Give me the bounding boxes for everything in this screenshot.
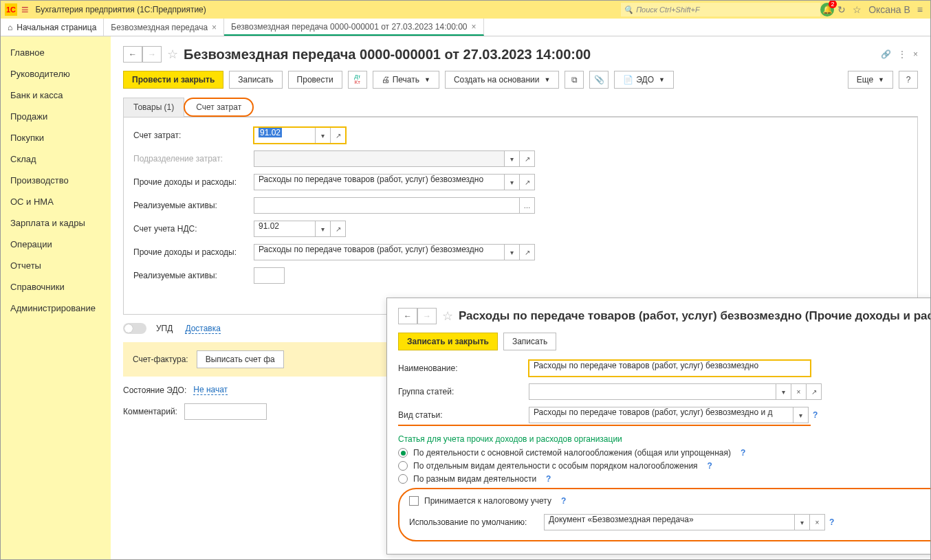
sidebar-item[interactable]: Отчеты: [1, 255, 111, 276]
save-button[interactable]: Записать: [229, 71, 282, 89]
radio-icon: [398, 448, 408, 458]
sidebar-item[interactable]: Справочники: [1, 276, 111, 298]
sidebar-item[interactable]: Банк и касса: [1, 85, 111, 106]
dropdown-icon[interactable]: ▾: [505, 244, 520, 260]
page-title: Безвозмездная передача 0000-000001 от 27…: [184, 47, 591, 63]
history-icon[interactable]: ↻: [837, 4, 846, 15]
close-icon[interactable]: ×: [472, 22, 477, 32]
popup-group-input[interactable]: [529, 383, 776, 400]
nav-forward-button[interactable]: →: [142, 46, 162, 63]
sidebar-item[interactable]: Продажи: [1, 106, 111, 127]
menu-icon[interactable]: ≡: [21, 3, 29, 17]
open-icon[interactable]: ↗: [520, 244, 535, 260]
clear-icon[interactable]: ×: [791, 383, 807, 400]
sidebar-item[interactable]: ОС и НМА: [1, 191, 111, 212]
help-icon[interactable]: ?: [561, 496, 566, 506]
dropdown-icon[interactable]: ▾: [505, 150, 520, 167]
clear-icon[interactable]: ×: [810, 514, 825, 530]
cost-account-input[interactable]: 91.02: [254, 127, 316, 144]
dropdown-icon[interactable]: ▾: [316, 221, 331, 237]
user-name[interactable]: Оксана В: [868, 4, 910, 15]
radio-various[interactable]: По разным видам деятельности?: [398, 474, 930, 484]
create-based-button[interactable]: Создать на основании▼: [445, 71, 559, 89]
open-icon[interactable]: ↗: [331, 221, 346, 237]
write-invoice-button[interactable]: Выписать счет фа: [197, 350, 284, 368]
nav-back-button[interactable]: ←: [123, 46, 142, 63]
favorites-icon[interactable]: ☆: [853, 4, 862, 15]
window-menu-icon[interactable]: ≡: [917, 4, 923, 15]
edo-button[interactable]: 📄ЭДО▼: [614, 71, 674, 89]
open-icon[interactable]: ↗: [807, 383, 822, 400]
popup-favorite-icon[interactable]: ☆: [442, 309, 453, 324]
radio-special-tax[interactable]: По отдельным видам деятельности с особым…: [398, 461, 930, 471]
sidebar-item[interactable]: Покупки: [1, 127, 111, 148]
open-icon[interactable]: ↗: [520, 174, 535, 190]
open-icon[interactable]: ↗: [520, 150, 535, 167]
notification-badge: 2: [829, 0, 837, 8]
open-icon[interactable]: ↗: [331, 127, 346, 144]
label-nds-account: Счет учета НДС:: [133, 224, 254, 234]
post-and-close-button[interactable]: Провести и закрыть: [123, 71, 223, 89]
popup-save-button[interactable]: Записать: [503, 333, 556, 350]
help-icon[interactable]: ?: [813, 410, 818, 420]
sidebar-item[interactable]: Склад: [1, 148, 111, 170]
close-icon[interactable]: ×: [212, 23, 217, 32]
other-income-input[interactable]: Расходы по передаче товаров (работ, услу…: [254, 174, 505, 190]
dropdown-icon[interactable]: ▾: [795, 514, 810, 530]
link-icon[interactable]: 🔗: [881, 49, 891, 59]
help-icon[interactable]: ?: [741, 448, 745, 458]
popup-nav-back[interactable]: ←: [398, 308, 417, 324]
sidebar-item[interactable]: Руководителю: [1, 63, 111, 85]
assets-input[interactable]: [254, 197, 520, 214]
favorite-icon[interactable]: ☆: [167, 47, 178, 62]
post-button[interactable]: Провести: [288, 71, 342, 89]
assets-input2[interactable]: [254, 267, 285, 284]
delivery-link[interactable]: Доставка: [185, 324, 221, 334]
sidebar-item[interactable]: Производство: [1, 170, 111, 191]
checkbox-label: Принимается к налоговому учету: [424, 496, 551, 506]
sidebar-item[interactable]: Операции: [1, 234, 111, 255]
global-search-input[interactable]: 🔍 Поиск Ctrl+Shift+F: [621, 3, 820, 16]
more-button[interactable]: Еще▼: [848, 71, 893, 89]
tab-goods[interactable]: Товары (1): [123, 98, 184, 117]
edo-state-link[interactable]: Не начат: [193, 385, 228, 395]
dtkt-button[interactable]: ДтКт: [348, 71, 367, 89]
tab-cost-account[interactable]: Счет затрат: [184, 98, 254, 117]
popup-nav-forward[interactable]: →: [417, 308, 437, 324]
help-icon[interactable]: ?: [546, 474, 551, 484]
tab-home[interactable]: ⌂Начальная страница: [1, 19, 104, 36]
attach-button[interactable]: 📎: [589, 71, 609, 89]
help-icon[interactable]: ?: [829, 517, 834, 527]
tab-doc-form[interactable]: Безвозмездная передача 0000-000001 от 27…: [224, 19, 483, 36]
tab-doc-list[interactable]: Безвозмездная передача×: [104, 19, 224, 36]
title-bar: 1С ≡ Бухгалтерия предприятия (1С:Предпри…: [1, 1, 930, 19]
sidebar-item[interactable]: Зарплата и кадры: [1, 212, 111, 234]
kebab-icon[interactable]: ⋮: [898, 49, 906, 59]
radio-main-tax[interactable]: По деятельности с основной системой нало…: [398, 448, 930, 458]
dropdown-icon[interactable]: ▾: [505, 174, 520, 190]
comment-input[interactable]: [184, 403, 267, 420]
popup-default-input[interactable]: Документ «Безвозмездная передача»: [544, 514, 795, 530]
app-title: Бухгалтерия предприятия (1С:Предприятие): [36, 5, 206, 14]
ellipsis-icon[interactable]: …: [520, 197, 535, 214]
popup-save-close-button[interactable]: Записать и закрыть: [398, 333, 498, 350]
tax-account-checkbox[interactable]: [409, 496, 419, 506]
dropdown-icon[interactable]: ▾: [776, 383, 791, 400]
sidebar-item[interactable]: Администрирование: [1, 298, 111, 319]
close-icon[interactable]: ×: [913, 49, 918, 59]
sidebar-item[interactable]: Главное: [1, 42, 111, 63]
popup-type-input[interactable]: Расходы по передаче товаров (работ, услу…: [529, 407, 793, 423]
help-icon[interactable]: ?: [708, 461, 712, 471]
radio-icon: [398, 461, 408, 471]
nds-account-input[interactable]: 91.02: [254, 221, 316, 237]
other-income-input2[interactable]: Расходы по передаче товаров (работ, услу…: [254, 244, 505, 260]
notifications-icon[interactable]: 🔔2: [820, 3, 834, 16]
links-button[interactable]: ⧉: [565, 71, 584, 89]
content-area: ← → ☆ Безвозмездная передача 0000-000001…: [111, 36, 930, 559]
help-button[interactable]: ?: [899, 71, 918, 89]
upd-toggle[interactable]: [123, 323, 146, 334]
print-button[interactable]: 🖨Печать▼: [373, 71, 439, 89]
dropdown-icon[interactable]: ▾: [793, 407, 809, 423]
dropdown-icon[interactable]: ▾: [316, 127, 331, 144]
popup-name-input[interactable]: Расходы по передаче товаров (работ, услу…: [529, 360, 811, 377]
